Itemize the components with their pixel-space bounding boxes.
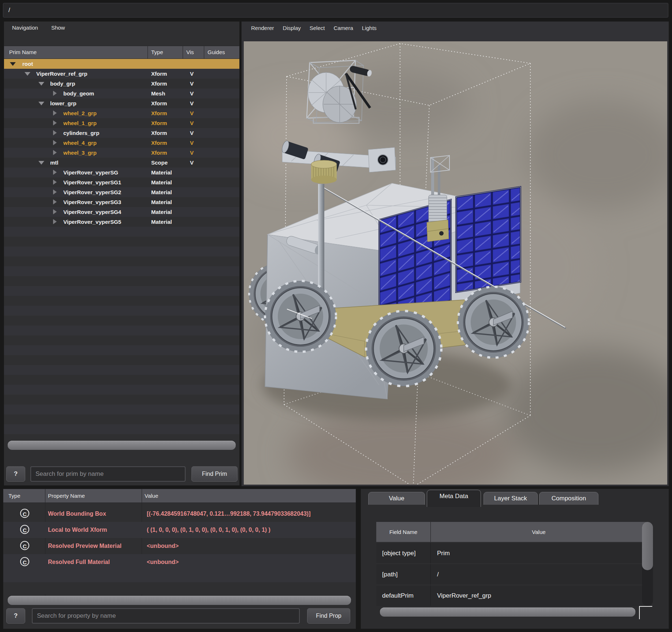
- col-guides[interactable]: Guides: [208, 46, 225, 59]
- expand-arrow-icon[interactable]: [10, 62, 16, 66]
- collapse-arrow-icon[interactable]: [53, 110, 57, 116]
- tab-layer-stack[interactable]: Layer Stack: [484, 492, 538, 505]
- collapse-arrow-icon[interactable]: [53, 170, 57, 175]
- col-prop-type[interactable]: Type: [8, 489, 20, 503]
- col-field-value[interactable]: Value: [430, 522, 647, 542]
- wheel-front-center: [366, 311, 441, 386]
- tree-row[interactable]: ViperRover_vyperSG1 Material: [4, 177, 239, 187]
- expand-arrow-icon[interactable]: [38, 82, 44, 86]
- metadata-row[interactable]: [object type] Prim: [376, 542, 647, 564]
- menu-select[interactable]: Select: [310, 25, 325, 31]
- tab-meta-data[interactable]: Meta Data: [427, 490, 481, 507]
- find-prim-button[interactable]: Find Prim: [191, 466, 238, 482]
- tree-row[interactable]: wheel_1_grp Xform V: [4, 118, 239, 128]
- tab-composition[interactable]: Composition: [539, 492, 598, 505]
- collapse-arrow-icon[interactable]: [53, 91, 57, 96]
- properties-panel: Type Property Name Value C World Boundin…: [3, 489, 356, 629]
- tree-row[interactable]: ViperRover_vyperSG3 Material: [4, 197, 239, 207]
- property-row[interactable]: C World Bounding Box [(-76.4284591674804…: [3, 506, 356, 522]
- col-prop-name[interactable]: Property Name: [48, 489, 85, 503]
- metadata-row[interactable]: defaultPrim ViperRover_ref_grp: [376, 585, 647, 606]
- metadata-vertical-scrollbar-thumb[interactable]: [642, 522, 653, 570]
- menu-renderer[interactable]: Renderer: [251, 25, 274, 31]
- metadata-table: Field Name Value [object type] Prim [pat…: [376, 522, 647, 606]
- metadata-table-header: Field Name Value: [376, 522, 647, 542]
- expand-arrow-icon[interactable]: [25, 72, 30, 76]
- metadata-vertical-scrollbar-track[interactable]: [642, 522, 653, 606]
- tree-row[interactable]: body_geom Mesh V: [4, 89, 239, 98]
- viewport-menubar: Renderer Display Select Camera Lights: [242, 22, 669, 34]
- collapse-arrow-icon[interactable]: [53, 150, 57, 155]
- collapse-arrow-icon[interactable]: [53, 189, 57, 195]
- computed-property-icon: C: [20, 509, 29, 518]
- find-prop-button[interactable]: Find Prop: [307, 608, 350, 624]
- col-prop-value[interactable]: Value: [145, 489, 158, 503]
- tree-row[interactable]: wheel_3_grp Xform V: [4, 148, 239, 158]
- tree-row[interactable]: cylinders_grp Xform V: [4, 128, 239, 138]
- collapse-arrow-icon[interactable]: [53, 130, 57, 135]
- col-field-name[interactable]: Field Name: [376, 522, 430, 542]
- tree-row-root[interactable]: root: [4, 59, 239, 69]
- property-search-input[interactable]: [32, 608, 300, 624]
- viewport-panel: Renderer Display Select Camera Lights: [241, 21, 669, 486]
- prim-tree: root ViperRover_ref_grp Xform V body_grp…: [4, 59, 239, 227]
- tree-horizontal-scrollbar[interactable]: [8, 441, 236, 450]
- property-row[interactable]: C Resolved Preview Material <unbound>: [3, 538, 356, 554]
- tree-row[interactable]: ViperRover_vyperSG4 Material: [4, 207, 239, 217]
- camera-lens-icon: [378, 155, 388, 165]
- prim-search-help-button[interactable]: ?: [6, 466, 25, 482]
- tree-row[interactable]: wheel_2_grp Xform V: [4, 108, 239, 118]
- expand-arrow-icon[interactable]: [38, 102, 44, 105]
- tree-menubar: Navigation Show: [12, 25, 65, 31]
- tab-value[interactable]: Value: [368, 492, 425, 505]
- menu-lights[interactable]: Lights: [362, 25, 377, 31]
- properties-horizontal-scrollbar[interactable]: [8, 596, 351, 605]
- computed-property-icon: C: [20, 541, 29, 550]
- collapse-arrow-icon[interactable]: [53, 140, 57, 145]
- col-prim-name[interactable]: Prim Name: [9, 46, 37, 59]
- prim-path-bar[interactable]: /: [3, 3, 668, 18]
- resize-corner-icon: [639, 606, 652, 619]
- prim-search-input[interactable]: [30, 466, 186, 482]
- property-row[interactable]: C Resolved Full Material <unbound>: [3, 554, 356, 570]
- collapse-arrow-icon[interactable]: [53, 180, 57, 185]
- computed-property-icon: C: [20, 525, 29, 534]
- tree-row[interactable]: ViperRover_vyperSG Material: [4, 168, 239, 177]
- properties-header: Type Property Name Value: [3, 489, 356, 503]
- prim-hierarchy-panel: Navigation Show Prim Name Type Vis Guide…: [4, 21, 240, 486]
- wheel-front-right: [458, 287, 529, 358]
- collapse-arrow-icon[interactable]: [53, 209, 57, 214]
- metadata-horizontal-scrollbar[interactable]: [380, 607, 635, 617]
- solar-panel-right-array: [456, 187, 520, 292]
- metadata-panel: Value Meta Data Layer Stack Composition …: [361, 489, 669, 629]
- col-vis[interactable]: Vis: [186, 46, 194, 59]
- computed-property-icon: C: [20, 557, 29, 566]
- property-row[interactable]: C Local to World Xform ( (1, 0, 0, 0), (…: [3, 522, 356, 538]
- tree-row[interactable]: wheel_4_grp Xform V: [4, 138, 239, 148]
- collapse-arrow-icon[interactable]: [53, 199, 57, 204]
- tree-row[interactable]: ViperRover_ref_grp Xform V: [4, 69, 239, 79]
- tree-row[interactable]: ViperRover_vyperSG5 Material: [4, 217, 239, 227]
- menu-show[interactable]: Show: [51, 25, 65, 31]
- tree-row[interactable]: lower_grp Xform V: [4, 98, 239, 108]
- collapse-arrow-icon[interactable]: [53, 120, 57, 125]
- tree-empty-area: [4, 227, 239, 439]
- viewport-canvas[interactable]: [244, 41, 667, 485]
- mast-khaki-gear: [311, 160, 337, 184]
- tree-row[interactable]: mtl Scope V: [4, 158, 239, 168]
- metadata-row[interactable]: [path] /: [376, 564, 647, 585]
- collapse-arrow-icon[interactable]: [53, 219, 57, 224]
- property-search-help-button[interactable]: ?: [6, 608, 25, 624]
- tree-row[interactable]: ViperRover_vyperSG2 Material: [4, 187, 239, 197]
- wheel-front-left: [265, 281, 336, 352]
- viewport-3d-scene: [244, 41, 667, 485]
- menu-display[interactable]: Display: [283, 25, 301, 31]
- col-type[interactable]: Type: [151, 46, 163, 59]
- expand-arrow-icon[interactable]: [38, 161, 44, 165]
- properties-empty-area: [3, 570, 356, 594]
- menu-navigation[interactable]: Navigation: [12, 25, 38, 31]
- tree-row[interactable]: body_grp Xform V: [4, 79, 239, 89]
- menu-camera[interactable]: Camera: [333, 25, 353, 31]
